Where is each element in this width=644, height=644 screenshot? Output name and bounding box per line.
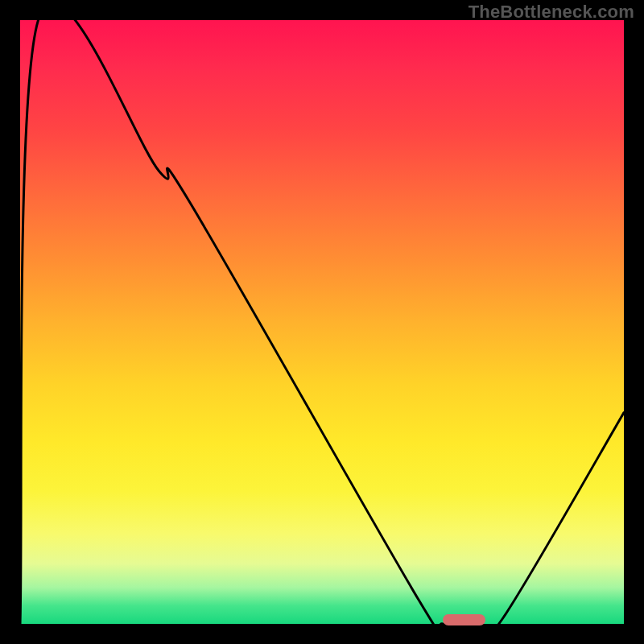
optimal-marker bbox=[443, 614, 485, 625]
plot-area bbox=[20, 20, 624, 624]
chart-frame: TheBottleneck.com bbox=[0, 0, 644, 644]
bottleneck-curve bbox=[20, 20, 624, 624]
curve-svg bbox=[20, 20, 624, 624]
